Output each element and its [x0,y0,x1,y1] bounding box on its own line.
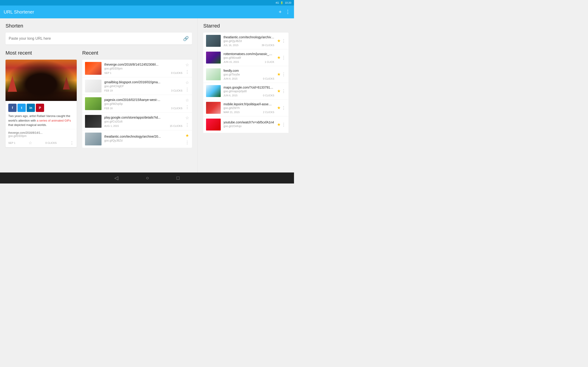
recent-thumb [85,115,102,128]
shorten-title: Shorten [6,23,192,29]
recent-thumb [85,97,102,110]
starred-info: maps.google.com/?cid=613379183973... goo… [224,85,274,97]
starred-short-url: goo.gl/Wzxa6f [224,56,274,59]
twitter-share-button[interactable]: t [17,104,26,112]
recent-info: theatlantic.com/technology/archive/20...… [104,135,182,144]
card-link-text[interactable]: a series of animated GIFs [37,119,71,122]
list-item[interactable]: pagesix.com/2016/02/15/kanye-west-... go… [82,95,192,113]
facebook-share-button[interactable]: f [8,104,17,112]
list-item[interactable]: rottentomatoes.com/m/jurassic_world goo.… [203,49,288,66]
more-button[interactable]: ⋮ [70,140,74,145]
star-button[interactable]: ☆ [185,115,189,120]
url-input[interactable] [9,36,183,41]
starred-short-url: goo.gl/Tsry5e [224,73,274,76]
more-button[interactable]: ⋮ [282,72,286,77]
recent-clicks: 15 CLICKS [170,125,182,127]
list-item[interactable]: mobile.lepoint.fr/politique/l-assemblee-… [203,100,288,116]
star-button[interactable]: ☆ [185,80,189,85]
recent-actions: ☆ ⋮ [185,98,189,110]
recent-url: theverge.com/2016/8/14/12452308/i... [104,63,182,66]
status-bar: 4G 🔋 10:20 [0,0,294,6]
starred-thumb [206,85,221,97]
list-item[interactable]: theverge.com/2016/8/14/12452308/i... goo… [82,60,192,77]
main-content: Shorten 🔗 Most recent f t in P [0,18,294,173]
recent-info: play.google.com/store/apps/details?id...… [104,116,182,127]
star-button[interactable]: ★ [277,72,281,77]
starred-thumb [206,119,221,131]
recent-date: FEB 16 [104,107,113,110]
more-button[interactable]: ⋮ [185,69,189,74]
star-button[interactable]: ★ [277,89,281,94]
more-button[interactable]: ⋮ [282,38,286,43]
card-text-after: that depicted magical worlds. [8,123,47,127]
recent-date: SEP 1 [104,72,111,74]
starred-thumb [206,52,221,64]
recents-button[interactable]: □ [177,175,180,181]
url-input-container[interactable]: 🔗 [6,33,192,44]
recent-url: play.google.com/store/apps/details?id... [104,116,182,119]
list-item[interactable]: gmailblog.blogspot.com/2016/02/gma... go… [82,77,192,95]
recent-short-url: goo.gl/QyJBZd [104,139,182,142]
starred-short-url: goo.gl/zOvKqo [224,125,274,128]
most-recent-card[interactable]: f t in P Two years ago, artist Rafael Va… [6,60,77,147]
list-item[interactable]: maps.google.com/?cid=613379183973... goo… [203,83,288,100]
recent-clicks: 3 CLICKS [171,107,182,110]
card-clicks: 0 CLICKS [45,142,57,144]
starred-short-url: goo.gl/QyJBZd [224,40,274,43]
linkedin-share-button[interactable]: in [27,104,35,112]
more-button[interactable]: ⋮ [185,87,189,92]
starred-clicks: 1 CLICK [265,60,274,63]
recent-clicks: 0 CLICKS [171,72,182,74]
star-button[interactable]: ☆ [28,140,32,145]
recent-section: Recent theverge.com/2016/8/14/12452308/i… [82,50,192,148]
recent-short-url: goo.gl/Cs2Gz6 [104,120,182,123]
more-button[interactable]: ⋮ [185,105,189,110]
list-item[interactable]: feedly.com goo.gl/Tsry5e JUN 8, 2015 0 C… [203,66,288,83]
more-options-button[interactable]: ⋮ [285,9,290,15]
recent-meta: FEB 19 3 CLICKS [104,89,182,92]
social-buttons: f t in P [6,101,77,114]
star-button[interactable]: ★ [277,38,281,43]
card-short-url: goo.gl/EID0pm [8,134,74,138]
list-item[interactable]: play.google.com/store/apps/details?id...… [82,113,192,130]
starred-panel: Starred theatlantic.com/technology/archi… [198,18,294,173]
starred-actions: ★ ⋮ [277,38,286,43]
starred-url: maps.google.com/?cid=613379183973... [224,85,274,89]
recent-meta: AUG 1, 2015 15 CLICKS [104,125,182,127]
app-title: URL Shortener [4,9,34,15]
star-button[interactable]: ★ [277,122,281,127]
more-button[interactable]: ⋮ [282,55,286,60]
more-button[interactable]: ⋮ [185,122,189,127]
more-button[interactable]: ⋮ [282,89,286,94]
home-button[interactable]: ○ [146,175,149,181]
star-button[interactable]: ☆ [185,98,189,103]
recent-thumb [85,62,102,75]
starred-info: feedly.com goo.gl/Tsry5e JUN 8, 2015 0 C… [224,69,274,80]
more-button[interactable]: ⋮ [282,122,286,127]
starred-url: mobile.lepoint.fr/politique/l-assemblee-… [224,102,274,106]
list-item[interactable]: theatlantic.com/technology/archive/20...… [82,130,192,148]
recent-url: pagesix.com/2016/02/15/kanye-west-... [104,98,182,102]
back-button[interactable]: ◁ [114,175,118,181]
list-item[interactable]: theatlantic.com/technology/archive/20...… [203,33,288,49]
more-button[interactable]: ⋮ [282,105,286,110]
recent-actions: ☆ ⋮ [185,115,189,127]
list-item[interactable]: youtube.com/watch?v=xbl5cxfA1n4 goo.gl/z… [203,116,288,133]
starred-info: mobile.lepoint.fr/politique/l-assemblee-… [224,102,274,114]
more-button[interactable]: ⋮ [185,140,189,145]
pinterest-share-button[interactable]: P [36,104,44,112]
card-image-inner [6,60,77,101]
star-button[interactable]: ☆ [185,62,189,67]
most-recent-section: Most recent f t in P Two years ago, arti… [6,50,77,148]
starred-meta: JUN 15, 2015 1 CLICK [224,60,274,63]
star-button[interactable]: ★ [277,105,281,110]
starred-meta: JUN 8, 2015 0 CLICKS [224,77,274,80]
starred-actions: ★ ⋮ [277,89,286,94]
starred-short-url: goo.gl/tZ6iYh [224,106,274,110]
star-button[interactable]: ★ [277,55,281,60]
starred-info: rottentomatoes.com/m/jurassic_world goo.… [224,52,274,63]
add-button[interactable]: + [279,9,282,15]
recent-thumb [85,133,102,145]
star-button[interactable]: ★ [185,133,189,138]
recent-clicks: 3 CLICKS [171,89,182,92]
